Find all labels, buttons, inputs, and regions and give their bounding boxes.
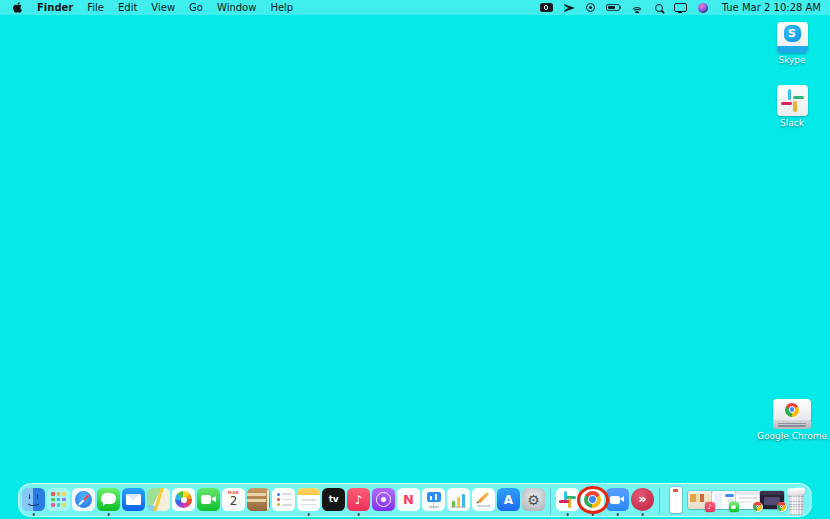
chrome-window-thumbnail <box>736 491 760 509</box>
apple-menu[interactable] <box>9 1 30 14</box>
display-icon[interactable] <box>674 3 687 12</box>
dock-item-calendar[interactable]: MAR 2 <box>221 483 246 517</box>
chrome-badge-icon <box>753 502 763 512</box>
apple-tv-icon: tv <box>322 488 345 511</box>
dock-item-finder[interactable] <box>21 483 46 517</box>
menu-go[interactable]: Go <box>182 0 210 15</box>
running-indicator <box>307 513 310 516</box>
dock-item-safari[interactable] <box>71 483 96 517</box>
wifi-icon[interactable] <box>631 3 644 13</box>
launchpad-icon <box>47 488 70 511</box>
menu-file[interactable]: File <box>80 0 111 15</box>
chrome-disk-image-icon <box>773 399 811 429</box>
screen-mirroring-icon[interactable] <box>540 3 553 12</box>
messages-badge-icon <box>729 502 739 512</box>
battery-icon[interactable] <box>606 4 620 11</box>
dock-item-notes[interactable] <box>296 483 321 517</box>
siri-icon[interactable] <box>698 3 708 13</box>
dock-item-pages[interactable] <box>471 483 496 517</box>
macos-desktop: { "menu_bar": { "menus": [ {"label": "Fi… <box>0 0 830 519</box>
menu-bar: Finder File Edit View Go Window Help Tue… <box>0 0 830 15</box>
notes-icon <box>297 488 320 511</box>
running-indicator <box>591 513 594 516</box>
calendar-icon: MAR 2 <box>222 488 245 511</box>
dock-item-system-preferences[interactable]: ⚙ <box>521 483 546 517</box>
menu-window[interactable]: Window <box>210 0 263 15</box>
dock-item-screen-share[interactable]: » <box>630 483 655 517</box>
contacts-icon <box>247 488 270 511</box>
chrome-logo-icon <box>785 403 799 417</box>
skype-box-strip <box>777 46 808 53</box>
menu-edit[interactable]: Edit <box>111 0 144 15</box>
chrome-icon <box>581 488 604 511</box>
dock-item-launchpad[interactable] <box>46 483 71 517</box>
minimized-music-window[interactable]: ♪ <box>688 483 712 517</box>
photos-icon <box>172 488 195 511</box>
pages-icon <box>472 488 495 511</box>
dock-item-trash[interactable] <box>784 483 808 517</box>
dock-item-mail[interactable] <box>121 483 146 517</box>
desktop-icon-label: Google Chrome <box>757 431 827 441</box>
running-indicator <box>32 513 35 516</box>
facetime-icon <box>197 488 220 511</box>
dock-item-tv[interactable]: tv <box>321 483 346 517</box>
menu-bar-status: Tue Mar 2 10:28 AM <box>540 2 821 13</box>
dock-item-photos[interactable] <box>171 483 196 517</box>
keynote-icon <box>422 488 445 511</box>
menu-finder[interactable]: Finder <box>30 0 80 15</box>
record-icon[interactable] <box>586 3 595 12</box>
calendar-day: 2 <box>222 494 245 508</box>
dock-item-zoom[interactable] <box>605 483 630 517</box>
dock-item-messages[interactable] <box>96 483 121 517</box>
document-window-thumbnail <box>670 487 682 513</box>
minimized-chrome-dark-window[interactable] <box>760 483 784 517</box>
desktop-icon-slack[interactable]: Slack <box>759 85 825 128</box>
minimized-chrome-window[interactable] <box>736 483 760 517</box>
running-indicator <box>566 513 569 516</box>
music-icon: ♪ <box>347 488 370 511</box>
drive-front <box>773 420 811 429</box>
desktop-icon-label: Slack <box>780 118 804 128</box>
menu-view[interactable]: View <box>144 0 182 15</box>
skype-installer-icon: S <box>777 22 808 53</box>
dock-separator <box>659 488 660 514</box>
news-icon: N <box>397 488 420 511</box>
menu-bar-clock[interactable]: Tue Mar 2 10:28 AM <box>722 2 821 13</box>
dock-item-app-store[interactable]: A <box>496 483 521 517</box>
slack-icon <box>556 488 579 511</box>
trash-paper <box>787 487 805 495</box>
chrome-dark-window-thumbnail <box>760 491 784 509</box>
finder-icon <box>22 488 45 511</box>
minimized-text-document-window[interactable] <box>664 483 688 517</box>
apple-logo-icon <box>12 1 23 14</box>
menu-bar-left: Finder File Edit View Go Window Help <box>9 0 300 15</box>
desktop-icon-skype[interactable]: S Skype <box>759 22 825 65</box>
desktop-icon-google-chrome[interactable]: Google Chrome <box>759 399 825 441</box>
maps-icon <box>147 488 170 511</box>
dock-item-music[interactable]: ♪ <box>346 483 371 517</box>
dock-item-contacts[interactable] <box>246 483 271 517</box>
menu-help[interactable]: Help <box>263 0 300 15</box>
dock-item-news[interactable]: N <box>396 483 421 517</box>
running-indicator <box>107 513 110 516</box>
chevrons-glyph: » <box>638 492 646 505</box>
music-badge-icon: ♪ <box>705 502 715 512</box>
dock-item-reminders[interactable] <box>271 483 296 517</box>
dock-item-slack[interactable] <box>555 483 580 517</box>
screen-share-icon[interactable] <box>564 4 575 12</box>
numbers-icon <box>447 488 470 511</box>
trash-full-icon <box>787 490 806 515</box>
reminders-icon <box>272 488 295 511</box>
dock-item-maps[interactable] <box>146 483 171 517</box>
music-note-glyph: ♪ <box>355 494 363 506</box>
chrome-badge-icon <box>777 502 787 512</box>
spotlight-search-icon[interactable] <box>655 4 663 12</box>
running-indicator <box>616 513 619 516</box>
dock-item-facetime[interactable] <box>196 483 221 517</box>
dock-item-google-chrome[interactable] <box>580 483 605 517</box>
app-store-icon: A <box>497 488 520 511</box>
dock-item-keynote[interactable] <box>421 483 446 517</box>
dock-item-numbers[interactable] <box>446 483 471 517</box>
dock-item-podcasts[interactable] <box>371 483 396 517</box>
minimized-messages-window[interactable] <box>712 483 736 517</box>
